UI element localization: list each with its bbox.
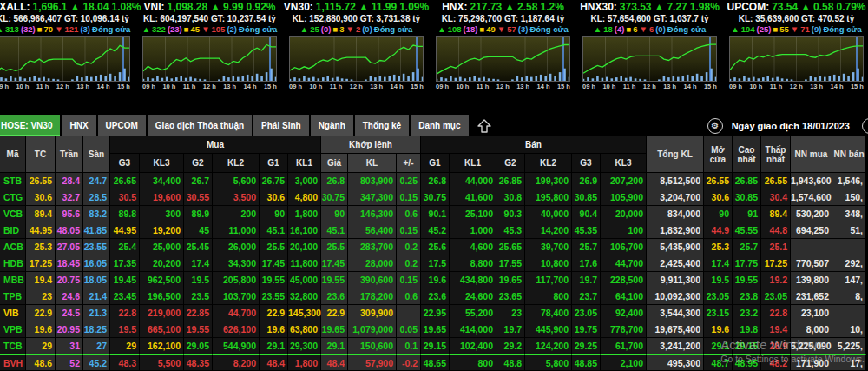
cell-ask1-vol: 414,000 bbox=[450, 321, 496, 338]
tab-hose-vn30[interactable]: HOSE: VN30 bbox=[0, 115, 60, 136]
tab-th-ng-k[interactable]: Thống kê bbox=[355, 115, 409, 136]
time-tick-label: 09 h bbox=[729, 83, 742, 90]
time-tick-label: 15 h bbox=[851, 83, 864, 90]
matched-group-label: Khớp lệnh bbox=[321, 136, 421, 154]
trading-date[interactable]: Ngày giao dịch 18/01/2023 bbox=[732, 121, 850, 131]
cell-bid3-price: 89.8 bbox=[110, 206, 140, 222]
cell-ref-price: 89.4 bbox=[26, 206, 56, 222]
ask-group-header: Bán G1 KL1 G2 KL2 G3 KL3 bbox=[421, 136, 647, 173]
decliners-count: 6 bbox=[649, 24, 654, 34]
cell-ask1-vol: 25,100 bbox=[450, 206, 496, 222]
table-row[interactable]: HDB17.2518.4516.0517.3520,20017.434,3001… bbox=[0, 255, 868, 272]
index-panel: VN30:1,115.72▲11.991.09%KL: 152,880,900 … bbox=[283, 0, 430, 106]
cell-ceiling-price: 24.6 bbox=[56, 288, 83, 305]
col-header-ref: TC bbox=[26, 136, 56, 173]
col-header-bid1-price: G1 bbox=[260, 154, 288, 173]
cell-match-price: 90 bbox=[321, 206, 348, 222]
cell-ask1-vol: 24,600 bbox=[450, 288, 496, 305]
cell-symbol: VPB bbox=[0, 321, 26, 338]
cell-high-price: 25.7 bbox=[733, 239, 761, 255]
tab-upcom[interactable]: UPCOM bbox=[98, 115, 146, 136]
cell-ask1-price: 29.15 bbox=[421, 338, 450, 354]
index-change: 18.04 bbox=[82, 1, 108, 13]
col-header-floor: Sàn bbox=[83, 136, 110, 173]
table-row[interactable]: VIB22.924.521.322.8219,00022.8544,70022.… bbox=[0, 305, 868, 321]
table-row[interactable]: CTG30.632.728.530.519,60030.553,50030.64… bbox=[0, 189, 868, 206]
index-breadth-line: ▲25(0)■3▼2(0)Đóng cửa bbox=[299, 24, 413, 34]
index-change: 9.99 bbox=[223, 1, 243, 13]
index-name: VNI: bbox=[144, 1, 165, 13]
ceiling-count: (4) bbox=[615, 24, 625, 34]
tab-hnx[interactable]: HNX bbox=[62, 115, 95, 136]
time-tick-label: 11 h bbox=[623, 83, 636, 90]
cell-bid2-price: 45 bbox=[184, 222, 213, 239]
cell-floor-price: 18.05 bbox=[83, 272, 110, 288]
table-header: Mã TC Trần Sàn Mua G3 KL3 G2 KL2 G1 KL1 … bbox=[0, 136, 868, 173]
tab-ng-nh[interactable]: Ngành bbox=[311, 115, 353, 136]
index-panel: VNI:1,098.28▲9.990.92%KL: 604,197,540 GT… bbox=[136, 0, 283, 106]
cell-bid2-price: 48.35 bbox=[184, 354, 213, 371]
cell-foreign-sell: 150, bbox=[832, 189, 866, 206]
cell-bid1-vol: 3,000 bbox=[288, 173, 321, 189]
cell-symbol: TCB bbox=[0, 338, 26, 354]
table-row[interactable]: TCB29312729162,10029.05544,90029.129,300… bbox=[0, 338, 868, 354]
cell-bid1-price: 48.4 bbox=[260, 354, 288, 371]
index-volume-line: KL: 75,298,700 GT: 1,187.64 tỷ bbox=[442, 14, 565, 23]
table-row[interactable]: BVH48.65245.248.35,50048.358,20048.41,80… bbox=[0, 354, 868, 371]
right-edge-icon[interactable] bbox=[862, 118, 868, 134]
collapse-arrow-icon[interactable] bbox=[476, 115, 493, 136]
cell-low-price: 25.1 bbox=[761, 239, 791, 255]
cell-ceiling-price: 48.05 bbox=[56, 222, 83, 239]
index-headline: UPCOM:73.54▲0.580.79% bbox=[727, 1, 866, 13]
cell-total-vol: 3,241,200 bbox=[647, 338, 704, 354]
cell-ask3-price: 17.6 bbox=[572, 255, 601, 272]
cell-match-vol: 347,300 bbox=[348, 189, 397, 206]
cell-floor-price: 28.5 bbox=[83, 189, 110, 206]
tab-danh-m-c[interactable]: Danh mục bbox=[411, 115, 468, 136]
gear-icon[interactable]: ⚙ bbox=[707, 118, 723, 134]
cell-match-price: 19.65 bbox=[321, 321, 348, 338]
cell-high-price: 30.85 bbox=[733, 189, 761, 206]
index-sparkline-chart bbox=[436, 36, 570, 82]
cell-low-price: 30.4 bbox=[761, 189, 791, 206]
cell-high-price: 19.55 bbox=[733, 272, 761, 288]
table-row[interactable]: VPB19.620.9518.2519.5665,10019.55626,100… bbox=[0, 321, 868, 338]
cell-low-price: 17.25 bbox=[761, 255, 791, 272]
cell-bid1-vol: 32,800 bbox=[288, 288, 321, 305]
table-row[interactable]: ACB25.327.0523.5525.425,00025.4526,00025… bbox=[0, 239, 868, 255]
cell-foreign-buy: 231,652 bbox=[791, 288, 832, 305]
table-row[interactable]: TPB2324.621.423.45196,50023.5103,70023.5… bbox=[0, 288, 868, 305]
cell-bid3-vol: 34,400 bbox=[140, 173, 184, 189]
decliners-count: 71 bbox=[800, 24, 810, 34]
cell-bid3-vol: 665,100 bbox=[140, 321, 184, 338]
cell-bid2-price: 23.5 bbox=[184, 288, 213, 305]
index-change: 0.58 bbox=[813, 1, 833, 13]
index-breadth-line: ▲313(32)■70▼121(3)Đóng cửa bbox=[0, 24, 131, 34]
cell-bid2-price: 22.85 bbox=[184, 305, 213, 321]
cell-ceiling-price: 52 bbox=[56, 354, 83, 371]
table-row[interactable]: VCB89.495.683.289.830089.9200901,8009014… bbox=[0, 206, 868, 222]
time-tick-label: 15 h bbox=[264, 83, 277, 90]
index-change-pct: 0.92% bbox=[246, 1, 275, 13]
time-tick-label: 14 h bbox=[537, 83, 550, 90]
cell-ask2-price: 23.65 bbox=[496, 288, 525, 305]
time-tick-label: 12 h bbox=[643, 83, 656, 90]
cell-ceiling-price: 31 bbox=[56, 338, 83, 354]
cell-bid1-price: 17.45 bbox=[260, 255, 288, 272]
cell-ask3-vol: 100 bbox=[601, 222, 647, 239]
cell-match-vol: 150,600 bbox=[348, 338, 397, 354]
table-row[interactable]: STB26.5528.424.726.6534,40026.75,60026.7… bbox=[0, 173, 868, 189]
cell-ask3-price: 26.9 bbox=[572, 173, 601, 189]
cell-ask3-vol: 61,700 bbox=[601, 338, 647, 354]
cell-match-price: 22.9 bbox=[321, 305, 348, 321]
cell-foreign-buy: 139,800 bbox=[791, 272, 832, 288]
cell-ref-price: 19.6 bbox=[26, 321, 56, 338]
tab-giao-d-ch-th-a-thu-n[interactable]: Giao dịch Thỏa thuận bbox=[148, 115, 252, 136]
up-arrow-icon: ▲ bbox=[0, 24, 3, 34]
table-row[interactable]: BID44.9548.0541.8544.9519,2004511,00045.… bbox=[0, 222, 868, 239]
tab-ph-i-sinh[interactable]: Phái Sinh bbox=[253, 115, 309, 136]
cell-ref-price: 23 bbox=[26, 288, 56, 305]
cell-symbol: STB bbox=[0, 173, 26, 189]
table-row[interactable]: MBB19.420.7518.0519.45962,50019.5205,800… bbox=[0, 272, 868, 288]
floor-count: (0) bbox=[655, 24, 666, 34]
